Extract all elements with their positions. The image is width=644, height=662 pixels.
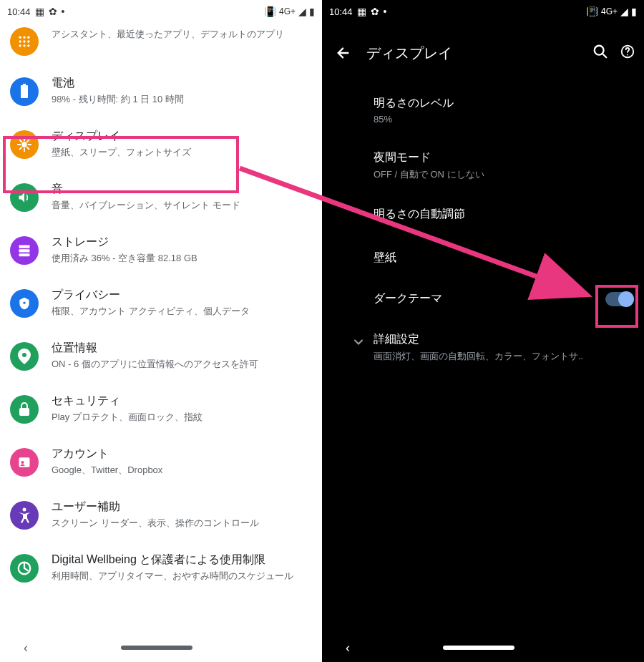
setting-advanced[interactable]: 詳細設定 画面消灯、画面の自動回転、カラー、フォントサ..: [343, 319, 633, 376]
setting-brightness[interactable]: 明るさのレベル 85%: [374, 83, 633, 137]
svg-point-0: [19, 36, 21, 39]
svg-rect-13: [19, 249, 30, 252]
battery-icon: [10, 77, 39, 106]
storage-icon: [10, 236, 39, 265]
dot-icon: •: [384, 6, 387, 16]
row-subtitle: Google、Twitter、Dropbox: [52, 464, 313, 477]
row-title: ユーザー補助: [52, 500, 313, 515]
svg-point-7: [23, 44, 25, 47]
row-subtitle: 98% - 残り時間: 約 1 日 10 時間: [52, 93, 313, 106]
row-title: 電池: [52, 76, 313, 91]
status-time: 10:44: [329, 6, 353, 17]
row-title: ディスプレイ: [52, 129, 313, 144]
dark-theme-toggle[interactable]: [605, 292, 633, 306]
svg-point-1: [23, 36, 25, 39]
row-title: 位置情報: [52, 341, 313, 356]
vibrate-icon: 📳: [586, 6, 598, 16]
setting-dark-theme[interactable]: ダークテーマ: [374, 278, 633, 319]
settings-row-display[interactable]: ディスプレイ 壁紙、スリープ、フォントサイズ: [0, 119, 322, 172]
item-title: 明るさの自動調節: [374, 207, 633, 222]
toggle-knob: [618, 291, 634, 307]
row-subtitle: 音量、バイブレーション、サイレント モード: [52, 199, 313, 212]
svg-point-19: [21, 461, 24, 464]
settings-screen-light: 10:44 ▦ ✿ • 📳 4G+ ◢ ▮ アシスタント、最近使ったアプリ、デフ…: [0, 0, 322, 662]
settings-row-storage[interactable]: ストレージ 使用済み 36% - 空き容量 82.18 GB: [0, 225, 322, 278]
page-title: ディスプレイ: [366, 44, 592, 63]
settings-row-privacy[interactable]: プライバシー 権限、アカウント アクティビティ、個人データ: [0, 278, 322, 331]
svg-point-3: [19, 40, 21, 42]
item-subtitle: OFF / 自動で ON にしない: [374, 168, 633, 181]
svg-point-6: [19, 44, 21, 47]
settings-row-security[interactable]: セキュリティ Play プロテクト、画面ロック、指紋: [0, 384, 322, 437]
display-settings-list[interactable]: 明るさのレベル 85% 夜間モード OFF / 自動で ON にしない 明るさの…: [322, 83, 644, 376]
status-bar: 10:44 ▦ ✿ • 📳 4G+ ◢ ▮: [0, 0, 322, 23]
location-icon: [10, 342, 39, 371]
row-title: アカウント: [52, 447, 313, 462]
svg-rect-14: [19, 253, 30, 256]
row-subtitle: 利用時間、アプリタイマー、おやすみ時間のスケジュール: [52, 570, 313, 583]
signal-icon: ◢: [620, 6, 628, 16]
settings-row-battery[interactable]: 電池 98% - 残り時間: 約 1 日 10 時間: [0, 66, 322, 119]
status-time: 10:44: [7, 6, 31, 17]
row-subtitle: Play プロテクト、画面ロック、指紋: [52, 411, 313, 424]
security-icon: [10, 395, 39, 424]
nav-back-icon[interactable]: ‹: [24, 641, 28, 656]
battery-icon: ▮: [309, 6, 315, 16]
row-subtitle: 権限、アカウント アクティビティ、個人データ: [52, 305, 313, 318]
help-icon[interactable]: [620, 44, 635, 62]
search-icon[interactable]: [592, 44, 608, 62]
settings-row-accessibility[interactable]: ユーザー補助 スクリーン リーダー、表示、操作のコントロール: [0, 490, 322, 542]
svg-rect-9: [21, 85, 28, 98]
svg-point-2: [27, 36, 29, 39]
nav-home-pill[interactable]: [443, 646, 514, 650]
status-bar: 10:44 ▦ ✿ • 📳 4G+ ◢ ▮: [322, 0, 644, 23]
row-subtitle: 壁紙、スリープ、フォントサイズ: [52, 146, 313, 159]
vibrate-icon: 📳: [264, 6, 276, 16]
row-subtitle: スクリーン リーダー、表示、操作のコントロール: [52, 517, 313, 530]
dot-icon: •: [62, 6, 65, 16]
accessibility-icon: [10, 501, 39, 530]
item-title: ダークテーマ: [374, 291, 605, 306]
display-screen-dark: 10:44 ▦ ✿ • 📳 4G+ ◢ ▮ ディスプレイ 明るさのレベル: [322, 0, 644, 662]
settings-list[interactable]: アシスタント、最近使ったアプリ、デフォルトのアプリ 電池 98% - 残り時間:…: [0, 23, 322, 595]
svg-rect-12: [19, 245, 30, 248]
settings-row-sound[interactable]: 音 音量、バイブレーション、サイレント モード: [0, 172, 322, 225]
svg-rect-17: [19, 408, 29, 416]
battery-icon: ▮: [631, 6, 637, 16]
chevron-down-icon: [343, 332, 374, 349]
settings-gear-icon: ✿: [49, 6, 57, 16]
svg-point-4: [23, 40, 25, 42]
wellbeing-icon: [10, 554, 39, 583]
nav-bar: ‹: [0, 633, 322, 662]
signal-icon: ◢: [298, 6, 306, 16]
row-subtitle: 使用済み 36% - 空き容量 82.18 GB: [52, 252, 313, 265]
svg-point-16: [22, 353, 26, 357]
settings-gear-icon: ✿: [371, 6, 379, 16]
item-title: 夜間モード: [374, 150, 633, 165]
screenshot-icon: ▦: [357, 6, 366, 16]
setting-night-mode[interactable]: 夜間モード OFF / 自動で ON にしない: [374, 137, 633, 194]
row-title: Digital Wellbeing と保護者による使用制限: [52, 553, 313, 568]
item-subtitle: 85%: [374, 114, 633, 125]
network-label: 4G+: [601, 6, 618, 16]
settings-row-accounts[interactable]: アカウント Google、Twitter、Dropbox: [0, 437, 322, 490]
row-title: セキュリティ: [52, 394, 313, 409]
item-title: 詳細設定: [374, 332, 633, 347]
setting-auto-brightness[interactable]: 明るさの自動調節: [374, 194, 633, 238]
account-icon: [10, 448, 39, 477]
item-title: 明るさのレベル: [374, 96, 633, 111]
back-button[interactable]: [331, 45, 356, 61]
settings-row-location[interactable]: 位置情報 ON - 6 個のアプリに位置情報へのアクセスを許可: [0, 331, 322, 384]
network-label: 4G+: [279, 6, 296, 16]
svg-point-20: [23, 508, 26, 512]
nav-home-pill[interactable]: [121, 646, 192, 650]
svg-point-15: [23, 302, 25, 304]
svg-point-8: [27, 44, 29, 47]
setting-wallpaper[interactable]: 壁紙: [374, 238, 633, 278]
settings-row-wellbeing[interactable]: Digital Wellbeing と保護者による使用制限 利用時間、アプリタイ…: [0, 542, 322, 595]
svg-rect-10: [23, 84, 26, 86]
item-title: 壁紙: [374, 250, 633, 266]
sound-icon: [10, 183, 39, 212]
settings-row-apps[interactable]: アシスタント、最近使ったアプリ、デフォルトのアプリ: [0, 26, 322, 66]
nav-back-icon[interactable]: ‹: [346, 641, 350, 656]
